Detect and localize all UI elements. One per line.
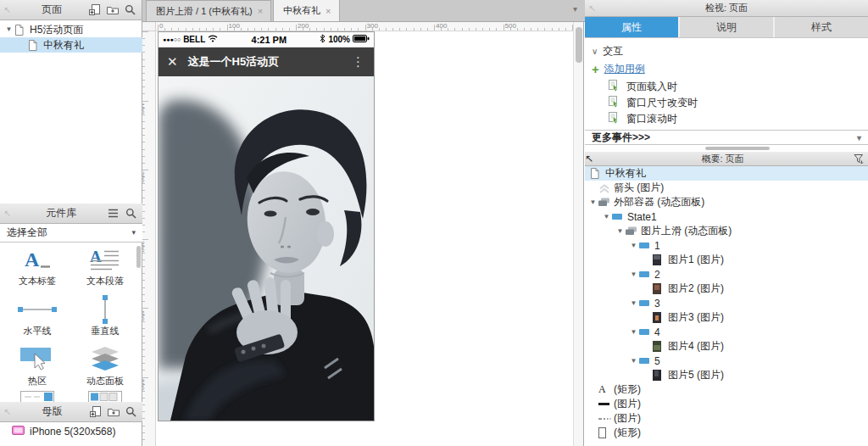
outline-row[interactable]: ▼1 <box>585 238 868 253</box>
outline-row[interactable]: ▼图片上滑 (动态面板) <box>585 224 868 238</box>
tab-label: 中秋有礼 <box>281 4 320 17</box>
ruler-label: 300 <box>142 241 146 252</box>
hotspot-icon <box>20 344 54 375</box>
add-case-button[interactable]: + 添加用例 <box>592 62 645 76</box>
ruler-tick <box>309 28 310 31</box>
outline-row[interactable]: 图片2 (图片) <box>585 282 868 296</box>
master-item-iphone5[interactable]: iPhone 5(320x568) <box>0 424 142 439</box>
outline-row[interactable]: ▼4 <box>585 325 868 339</box>
outline-row[interactable]: 图片3 (图片) <box>585 310 868 325</box>
tree-expand-icon[interactable]: ▼ <box>628 328 639 336</box>
vline-icon <box>102 294 108 325</box>
library-scrollbar-thumb[interactable] <box>136 246 141 268</box>
pages-panel-header: ↖ 页面 <box>0 0 142 20</box>
library-item-5[interactable]: 热区 <box>3 344 71 394</box>
outline-row-label: 图片上滑 (动态面板) <box>639 224 732 238</box>
menu-icon[interactable] <box>107 208 120 220</box>
add-folder-icon[interactable] <box>106 4 119 16</box>
collapse-icon[interactable]: ↖ <box>0 407 15 416</box>
library-item-label: 文本段落 <box>86 275 124 287</box>
tree-expand-icon[interactable]: ▼ <box>587 198 598 206</box>
outline-row[interactable]: ▼3 <box>585 296 868 310</box>
library-item-partial[interactable] <box>71 391 139 402</box>
outline-row[interactable]: 箭头 (图片) <box>585 181 868 195</box>
more-events-dropdown[interactable]: 更多事件>>> ▾ <box>585 130 868 145</box>
collapse-icon[interactable]: ↖ <box>0 5 15 14</box>
ruler-label: 100 <box>142 103 146 114</box>
tree-expand-icon[interactable]: ▼ <box>628 270 639 278</box>
inspector-tab-1[interactable]: 属性 <box>585 17 678 37</box>
chevron-down-icon[interactable]: ▾ <box>573 4 577 14</box>
library-item-partial[interactable] <box>3 391 71 402</box>
library-filter-select[interactable]: 选择全部 ▾ <box>0 224 142 243</box>
outline-row[interactable]: ▼5 <box>585 354 868 368</box>
tree-expand-icon[interactable]: ▼ <box>615 227 626 235</box>
ruler-tick <box>559 28 559 31</box>
canvas-photo-image[interactable] <box>159 76 374 421</box>
outline-row[interactable]: 图片1 (图片) <box>585 253 868 267</box>
library-item-6[interactable]: 动态面板 <box>71 344 139 394</box>
add-folder-icon[interactable] <box>107 406 120 418</box>
ruler-tick <box>454 28 455 31</box>
outline-row[interactable]: (矩形) <box>585 426 868 440</box>
ruler-tick <box>142 239 148 240</box>
page-tree-item[interactable]: ▼H5活动页面 <box>0 22 142 37</box>
ruler-tick <box>524 28 525 31</box>
inspector-tab-3[interactable]: 样式 <box>775 17 868 37</box>
search-icon[interactable] <box>125 208 137 220</box>
phone-status-bar[interactable]: ●●●○○ BELL 4:21 PM 100% <box>159 32 374 47</box>
tree-expand-icon[interactable]: ▼ <box>628 299 639 307</box>
ruler-tick <box>142 259 145 260</box>
outline-row-label: (图片) <box>612 397 641 411</box>
more-menu-icon[interactable]: ⋮ <box>352 54 365 70</box>
filter-icon[interactable] <box>852 153 865 164</box>
ruler-tick <box>142 135 145 136</box>
collapse-icon[interactable]: ↖ <box>585 3 600 13</box>
outline-title: 概要: 页面 <box>593 153 852 165</box>
search-icon[interactable] <box>125 406 137 418</box>
outline-row[interactable]: ▼外部容器 (动态面板) <box>585 195 868 209</box>
collapse-icon[interactable]: ↖ <box>0 209 15 218</box>
library-item-4[interactable]: 垂直线 <box>71 294 139 344</box>
outline-row[interactable]: ▼State1 <box>585 209 868 224</box>
event-item[interactable]: 窗口滚动时 <box>609 112 677 125</box>
library-item-3[interactable]: 水平线 <box>3 294 71 344</box>
phone-mockup[interactable]: ●●●○○ BELL 4:21 PM 100% ✕ 这是一个H5活动页 ⋮ <box>158 31 375 421</box>
outline-row[interactable]: (图片) <box>585 411 868 426</box>
inspector-tab-2[interactable]: 说明 <box>680 17 773 37</box>
ruler-tick <box>142 349 145 350</box>
outline-row[interactable]: 中秋有礼 <box>585 166 868 181</box>
page-tree-item[interactable]: 中秋有礼 <box>0 37 142 53</box>
tree-expand-icon[interactable]: ▼ <box>3 22 14 37</box>
horizontal-scrollbar-thumb[interactable] <box>705 147 770 150</box>
search-icon[interactable] <box>124 4 136 16</box>
event-item[interactable]: 窗口尺寸改变时 <box>609 96 698 109</box>
tree-expand-icon[interactable]: ▼ <box>628 242 639 249</box>
tree-expand-icon[interactable]: ▼ <box>628 357 639 365</box>
tab-close-icon[interactable]: × <box>326 6 331 16</box>
document-tab[interactable]: 图片上滑 / 1 (中秋有礼)× <box>146 0 271 21</box>
tree-expand-icon[interactable]: ▼ <box>601 213 612 220</box>
add-page-icon[interactable] <box>88 4 101 16</box>
outline-row[interactable]: A(矩形) <box>585 382 868 397</box>
phone-navbar[interactable]: ✕ 这是一个H5活动页 ⋮ <box>159 47 374 76</box>
add-page-icon[interactable] <box>89 406 102 418</box>
outline-row[interactable]: (图片) <box>585 397 868 411</box>
document-tab[interactable]: 中秋有礼× <box>273 0 339 21</box>
outline-row[interactable]: 图片4 (图片) <box>585 339 868 354</box>
library-item-2[interactable]: A文本段落 <box>71 244 139 294</box>
tab-close-icon[interactable]: × <box>258 6 263 16</box>
outline-row[interactable]: ▼2 <box>585 267 868 282</box>
interaction-section-header[interactable]: ∨ 交互 <box>592 44 623 59</box>
ruler-tick <box>142 370 145 371</box>
dynamic-panel-icon <box>626 226 639 236</box>
canvas-vertical-scrollbar[interactable] <box>573 22 584 446</box>
library-item-1[interactable]: A文本标签 <box>3 244 71 294</box>
event-case-icon <box>609 80 620 94</box>
ruler-tick <box>496 28 497 31</box>
outline-row[interactable]: 图片5 (图片) <box>585 368 868 382</box>
close-icon[interactable]: ✕ <box>167 54 178 70</box>
event-item[interactable]: 页面载入时 <box>609 80 677 93</box>
collapse-icon[interactable]: ↖ <box>585 153 593 164</box>
scrollbar-thumb[interactable] <box>576 27 582 63</box>
